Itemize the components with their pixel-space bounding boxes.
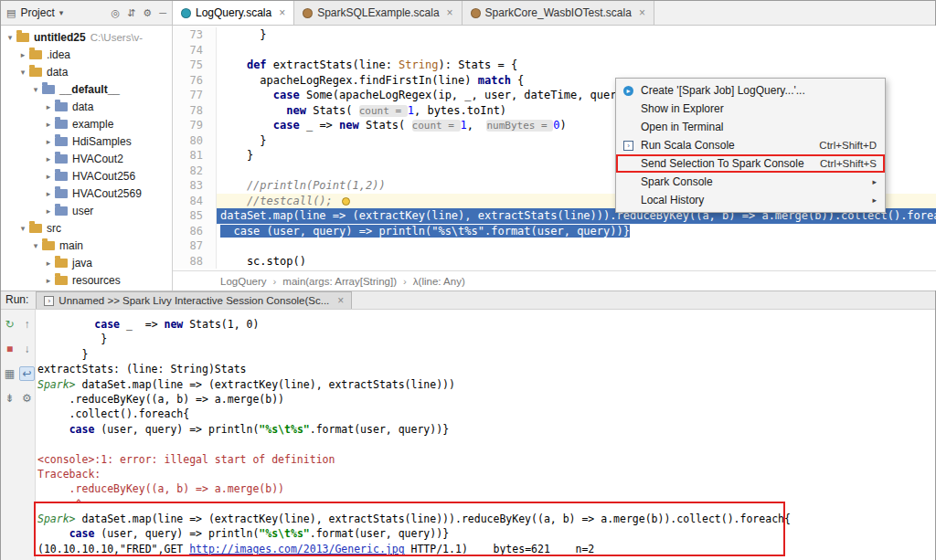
editor-tab[interactable]: SparkSQLExample.scala× (294, 1, 462, 25)
chevron-right-icon[interactable]: ▸ (43, 276, 54, 285)
tree-item[interactable]: ▸java (1, 254, 172, 271)
chevron-right-icon[interactable]: ▸ (43, 206, 54, 216)
tab-label: SparkSQLExample.scala (317, 6, 439, 19)
project-tool-window-icon[interactable]: ▤ (6, 7, 16, 19)
tree-item[interactable]: ▸data (1, 98, 172, 115)
context-menu-item[interactable]: Local History▸ (616, 191, 885, 209)
tree-item[interactable]: ▸HdiSamples (1, 132, 172, 150)
scroll-from-source-icon[interactable]: ◎ (112, 7, 121, 19)
code-text: case (user, query) => println("%s\t%s".f… (217, 224, 936, 239)
intention-bulb-icon[interactable] (342, 197, 350, 206)
menu-item-label: Local History (641, 194, 704, 206)
scroll-up-icon[interactable]: ↑ (19, 317, 35, 332)
menu-item-label: Open in Terminal (641, 121, 724, 133)
breadcrumb-item[interactable]: LogQuery (220, 276, 267, 287)
context-menu-item[interactable]: Show in Explorer (616, 100, 885, 118)
chevron-right-icon[interactable]: ▸ (43, 259, 54, 268)
editor-line[interactable]: 74 (173, 43, 936, 58)
tree-item[interactable]: ▸resources (1, 271, 172, 289)
tree-item[interactable]: ▾data (1, 63, 172, 80)
tree-item[interactable]: ▾__default__ (1, 80, 172, 98)
chevron-down-icon[interactable]: ▾ (59, 8, 64, 17)
run-panel-header: Run: › Unnamed >> Spark Livy Interactive… (1, 291, 935, 310)
console-output[interactable]: case _ => new Stats(1, 0) } }extractStat… (36, 310, 935, 560)
console-line: } (37, 347, 935, 362)
tree-item[interactable]: ▸.idea (1, 46, 172, 63)
tree-item-label: .idea (47, 48, 70, 61)
folder-icon (42, 241, 55, 250)
chevron-down-icon[interactable]: ▾ (30, 241, 41, 250)
tree-item-label: example (72, 118, 113, 131)
folder-icon (16, 33, 29, 42)
chevron-right-icon[interactable]: ▸ (43, 137, 54, 146)
tree-item[interactable]: ▾untitled25C:\Users\v- (1, 28, 172, 46)
editor-line[interactable]: 86 case (user, query) => println("%s\t%s… (173, 224, 936, 239)
context-menu: ▸Create '[Spark Job] LogQuery...'...Show… (615, 78, 886, 213)
editor-line[interactable]: 87 (173, 238, 936, 254)
run-console-tab[interactable]: › Unnamed >> Spark Livy Interactive Sess… (36, 291, 352, 309)
tree-item[interactable]: ▸user (1, 202, 172, 219)
chevron-down-icon[interactable]: ▾ (17, 224, 28, 233)
hide-panel-icon[interactable]: ─ (159, 7, 166, 19)
console-settings-icon[interactable]: ⚙ (19, 391, 35, 406)
close-icon[interactable]: × (279, 6, 285, 19)
breadcrumb-item[interactable]: λ(line: Any) (413, 276, 465, 287)
context-menu-item[interactable]: ▸Create '[Spark Job] LogQuery...'... (616, 81, 885, 100)
settings-icon[interactable]: ⚙ (143, 7, 152, 19)
project-tree[interactable]: ▾untitled25C:\Users\v-▸.idea▾data▾__defa… (1, 26, 173, 291)
expand-collapse-icon[interactable]: ⇵ (127, 7, 135, 19)
context-menu-item[interactable]: Send Selection To Spark ConsoleCtrl+Shif… (616, 154, 885, 173)
folder-icon (42, 85, 55, 94)
stop-icon[interactable]: ■ (2, 342, 17, 356)
chevron-right-icon[interactable]: ▸ (43, 102, 54, 111)
file-type-icon (303, 8, 313, 18)
breadcrumb: LogQuery›main(args: Array[String])›λ(lin… (173, 270, 936, 291)
breadcrumb-item[interactable]: main(args: Array[String]) (282, 276, 397, 287)
context-menu-item[interactable]: Spark Console▸ (616, 173, 885, 191)
tree-item-label: untitled25 (34, 31, 86, 44)
tree-item[interactable]: ▸HVACout2 (1, 150, 172, 167)
chevron-right-icon[interactable]: ▸ (43, 154, 54, 164)
rerun-icon[interactable]: ↻ (2, 317, 17, 332)
editor-line[interactable]: 88 sc.stop() (173, 254, 936, 269)
scroll-to-end-icon[interactable]: ⇟ (2, 391, 17, 406)
editor-tab[interactable]: LogQuery.scala× (173, 1, 294, 25)
line-number: 81 (173, 148, 217, 164)
editor-tab[interactable]: SparkCore_WasbIOTest.scala× (463, 1, 654, 25)
chevron-right-icon[interactable]: ▸ (43, 172, 54, 181)
context-menu-item[interactable]: Open in Terminal (616, 118, 885, 136)
menu-item-label: Create '[Spark Job] LogQuery...'... (641, 84, 805, 97)
console-line (37, 437, 935, 451)
soft-wrap-icon[interactable]: ↩ (19, 366, 35, 381)
menu-item-shortcut: Ctrl+Shift+D (819, 140, 877, 151)
chevron-right-icon[interactable]: ▸ (43, 189, 54, 198)
close-icon[interactable]: × (337, 294, 344, 307)
editor-line[interactable]: 73 } (173, 27, 936, 43)
menu-item-label: Spark Console (641, 175, 713, 188)
chevron-down-icon[interactable]: ▾ (17, 68, 28, 77)
line-number: 78 (173, 103, 217, 119)
tree-item[interactable]: ▾src (1, 219, 172, 237)
tree-item[interactable]: ▾main (1, 237, 172, 254)
close-icon[interactable]: × (447, 6, 453, 19)
tree-item-label: java (72, 257, 92, 269)
chevron-right-icon[interactable]: ▸ (17, 50, 28, 59)
folder-icon (55, 189, 68, 198)
chevron-down-icon[interactable]: ▾ (30, 85, 41, 94)
context-menu-item[interactable]: ›Run Scala ConsoleCtrl+Shift+D (616, 136, 885, 154)
editor-line[interactable]: 75 def extractStats(line: String): Stats… (173, 58, 936, 73)
chevron-down-icon[interactable]: ▾ (5, 33, 16, 42)
restore-layout-icon[interactable]: ▦ (2, 366, 17, 381)
tree-item[interactable]: ▸example (1, 115, 172, 132)
scroll-down-icon[interactable]: ↓ (19, 342, 35, 356)
folder-icon (55, 102, 68, 111)
folder-icon (29, 224, 42, 233)
console-line: Spark> dataSet.map(line => (extractKey(l… (37, 512, 935, 526)
project-toolbar: ▤ Project ▾ ◎⇵⚙─ (1, 1, 173, 25)
folder-icon (29, 68, 42, 77)
close-icon[interactable]: × (639, 6, 645, 19)
tree-item[interactable]: ▸HVACout256 (1, 167, 172, 185)
project-pane-label[interactable]: Project (20, 6, 54, 19)
tree-item[interactable]: ▸HVACout2569 (1, 185, 172, 202)
chevron-right-icon[interactable]: ▸ (43, 120, 54, 129)
